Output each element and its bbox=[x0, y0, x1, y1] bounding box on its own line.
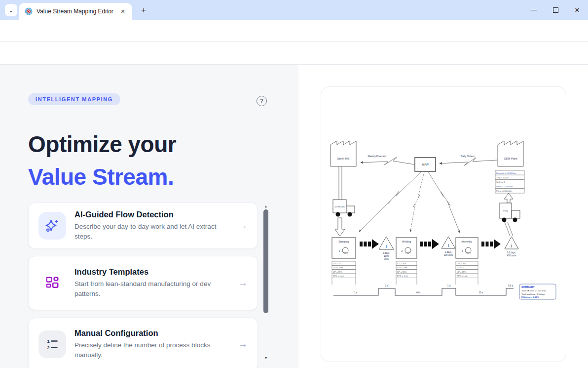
arrow-right-icon: → bbox=[238, 220, 248, 231]
customer-data-row: Demand = 18,000/mo bbox=[496, 172, 516, 174]
browser-tab[interactable]: Value Stream Mapping Editor ✕ bbox=[19, 3, 132, 20]
operator-count: 1 bbox=[339, 249, 340, 252]
timeline-value: 30 s bbox=[479, 291, 483, 294]
mrp-label: MRP bbox=[422, 163, 429, 166]
left-panel: INTELLIGENT MAPPING ? Optimize your Valu… bbox=[0, 65, 298, 368]
templates-grid-icon bbox=[45, 276, 60, 290]
arrow-right-icon: → bbox=[238, 278, 248, 288]
process-stamping[interactable]: Stamping 1 bbox=[332, 238, 356, 258]
data-row: C/T = 1s bbox=[333, 262, 341, 265]
scroll-up-icon[interactable]: ▲ bbox=[262, 203, 269, 209]
process-name: Assembly bbox=[461, 240, 472, 243]
customer-data-row: Tray = 20 pcs bbox=[496, 176, 509, 179]
ai-sparkles-icon bbox=[45, 218, 60, 233]
card-ai-guided-flow-detection[interactable]: AI-Guided Flow Detection Describe your d… bbox=[28, 203, 258, 249]
inventory-glyph: I bbox=[448, 243, 449, 248]
supplier-label: Steel Mill bbox=[337, 157, 349, 160]
tab-close-icon[interactable]: ✕ bbox=[118, 7, 127, 16]
customer-data-row: Pack = 400/pallet bbox=[496, 190, 513, 192]
minimize-button[interactable] bbox=[523, 0, 545, 20]
inventory-2[interactable]: I 1 days, 300 units bbox=[441, 237, 455, 256]
inventory-glyph: I bbox=[511, 244, 513, 248]
process-assembly[interactable]: Assembly 4 bbox=[456, 238, 478, 258]
truck-left-label: 2x Weekly bbox=[334, 205, 345, 208]
summary-efficiency: Efficiency: 0.02% bbox=[521, 296, 539, 298]
mrp-box[interactable]: MRP bbox=[415, 158, 436, 171]
ai-icon-tile bbox=[38, 212, 66, 240]
weekly-forecast-arrow: Weekly Forecast bbox=[361, 155, 414, 165]
page-title-line1: Optimize your bbox=[28, 128, 176, 161]
summary-box[interactable]: SUMMARY Total VA time: 71 seconds Total … bbox=[519, 284, 556, 299]
templates-icon-tile bbox=[38, 269, 66, 297]
inventory-1[interactable]: I 2 days, 1000 units bbox=[379, 237, 394, 260]
timeline-value: 0.5 d bbox=[508, 285, 514, 287]
card-industry-templates[interactable]: Industry Templates Start from lean-stand… bbox=[28, 256, 258, 310]
scroll-down-icon[interactable]: ▼ bbox=[262, 354, 269, 361]
inventory-label: 1000 bbox=[384, 255, 389, 257]
data-row: C/T = 40s bbox=[397, 262, 406, 265]
customer-label: OEM Plant bbox=[504, 157, 517, 160]
close-button[interactable]: ✕ bbox=[566, 0, 588, 20]
card-text: Manual Configuration Precisely define th… bbox=[74, 328, 234, 360]
card-description: Start from lean-standard manufacturing o… bbox=[74, 279, 234, 298]
page-title: Optimize your Value Stream. bbox=[28, 128, 176, 193]
vsm-preview-panel: Steel Mill MRP OEM Plant Weekly Forecast… bbox=[321, 86, 566, 362]
supplier-factory[interactable]: Steel Mill bbox=[331, 141, 356, 166]
customer-data-box[interactable]: Demand = 18,000/mo Tray = 20 pcs Shifts … bbox=[495, 170, 524, 193]
customer-data-row: Shifts = 2 bbox=[496, 181, 505, 183]
panel-scrollbar[interactable]: ▲ ▼ bbox=[262, 203, 269, 361]
tab-search-button[interactable]: ⌄ bbox=[5, 4, 17, 16]
data-row: C/T = 30s bbox=[457, 262, 466, 265]
plus-icon: + bbox=[141, 5, 146, 15]
data-box-stamping: C/T = 1s C/O = 60m UP = 85% EPE = 1 wk bbox=[332, 261, 356, 285]
mrp-arrow-assembly bbox=[428, 172, 460, 233]
operator-count: 4 bbox=[462, 249, 463, 252]
card-text: AI-Guided Flow Detection Describe your d… bbox=[74, 210, 234, 241]
data-box-assembly: C/T = 30s C/O = 0 UP = 98% EPE = 1 wk bbox=[456, 261, 478, 285]
close-icon: ✕ bbox=[575, 6, 580, 14]
timeline-value: 40 s bbox=[416, 291, 421, 294]
customer-factory[interactable]: OEM Plant bbox=[498, 141, 523, 166]
lead-time-ladder: 1 s 2 d 40 s 1 d 30 s 0.5 d bbox=[333, 285, 514, 295]
maximize-button[interactable] bbox=[545, 0, 566, 20]
card-manual-configuration[interactable]: 1 2 Manual Configuration Precisely defin… bbox=[28, 318, 258, 368]
page-title-line2: Value Stream. bbox=[28, 161, 176, 193]
supplier-shipment bbox=[339, 166, 342, 200]
timeline-value: 2 d bbox=[385, 285, 389, 287]
intelligent-mapping-badge: INTELLIGENT MAPPING bbox=[28, 93, 120, 105]
truck-left[interactable]: 2x Weekly bbox=[333, 200, 355, 217]
mrp-arrow-welding bbox=[410, 172, 424, 232]
browser-toolbar: ← → ↻ ai-toolbox.visual-paradigm.com/app… bbox=[0, 20, 588, 42]
list-number-one: 1 bbox=[47, 339, 50, 344]
inventory-label: 1 days, bbox=[445, 251, 452, 253]
minimize-icon bbox=[531, 10, 537, 10]
data-row: EPE = 1 wk bbox=[457, 275, 468, 277]
scrollbar-thumb[interactable] bbox=[263, 209, 268, 313]
data-row: UP = 85% bbox=[333, 271, 342, 273]
daily-orders-label: Daily Orders bbox=[461, 155, 475, 158]
inventory-3[interactable]: I 0.5 days, 450 units bbox=[505, 237, 518, 257]
truck-right-label: Daily bbox=[503, 209, 509, 212]
operator-count: 2 bbox=[402, 249, 403, 252]
truck-right[interactable]: Daily bbox=[500, 203, 520, 222]
inventory-label: units bbox=[384, 258, 389, 260]
push-arrow-2 bbox=[420, 239, 439, 249]
data-row: UP = 98% bbox=[457, 271, 466, 273]
app-header: Value Stream Mapping Editor Powered by V… bbox=[0, 42, 588, 65]
main-content: INTELLIGENT MAPPING ? Optimize your Valu… bbox=[0, 65, 588, 368]
customer-data-row: Avail = 27,600 sec bbox=[496, 185, 513, 188]
card-title: Manual Configuration bbox=[74, 328, 234, 338]
value-stream-map: Steel Mill MRP OEM Plant Weekly Forecast… bbox=[321, 87, 566, 362]
process-welding[interactable]: Welding 2 bbox=[396, 238, 417, 258]
timeline-value: 1 s bbox=[354, 291, 358, 294]
chevron-down-icon: ⌄ bbox=[8, 7, 13, 14]
help-button[interactable]: ? bbox=[257, 96, 267, 106]
favicon-visual-paradigm bbox=[25, 7, 33, 15]
summary-va-time: Total VA time: 71 seconds bbox=[521, 289, 547, 292]
data-row: UP = 90% bbox=[397, 271, 406, 273]
push-arrow-1 bbox=[360, 239, 379, 249]
maximize-icon bbox=[553, 7, 558, 13]
push-arrow-up bbox=[504, 193, 513, 203]
push-arrow-down bbox=[335, 218, 345, 236]
new-tab-button[interactable]: + bbox=[138, 5, 149, 16]
